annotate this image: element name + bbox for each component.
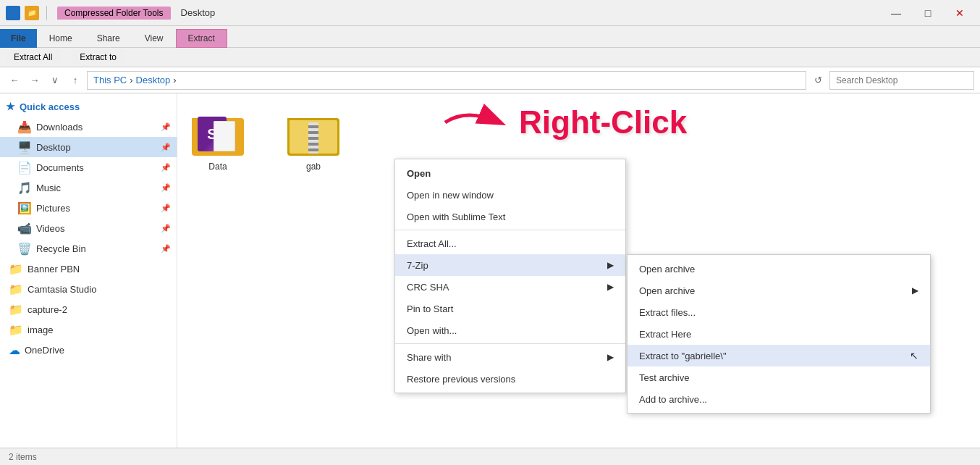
context-menu: Open Open in new window Open with Sublim…: [394, 159, 626, 393]
sidebar-item-videos[interactable]: 📹 Videos 📌: [0, 218, 177, 238]
ctx-sub-extract-here[interactable]: Extract Here: [628, 323, 930, 345]
pin-icon-recycle-bin: 📌: [161, 244, 171, 254]
onedrive-icon: ☁: [9, 343, 20, 357]
path-desktop[interactable]: Desktop: [136, 75, 171, 85]
sidebar-item-downloads[interactable]: 📥 Downloads 📌: [0, 117, 177, 137]
title-bar-icons: 📁: [6, 6, 50, 20]
sidebar-item-image[interactable]: 📁 image: [0, 319, 177, 340]
ctx-menu-item-open-sublime[interactable]: Open with Sublime Text: [395, 206, 625, 227]
pin-icon-documents: 📌: [161, 163, 171, 172]
sidebar-item-camtasia[interactable]: 📁 Camtasia Studio: [0, 279, 177, 299]
ctx-menu-item-crc[interactable]: CRC SHA ▶: [395, 276, 625, 298]
ctx-open-new-label: Open in new window: [407, 190, 494, 201]
ctx-open-sublime-label: Open with Sublime Text: [407, 211, 505, 222]
ctx-menu-item-share[interactable]: Share with ▶: [395, 346, 625, 368]
sidebar-label-videos: Videos: [36, 223, 65, 234]
quick-access-label: Quick access: [20, 101, 80, 112]
ctx-pin-label: Pin to Start: [407, 303, 453, 314]
sidebar-item-desktop[interactable]: 🖥️ Desktop 📌: [0, 137, 177, 157]
documents-icon: 📄: [17, 161, 32, 175]
sidebar-quick-access[interactable]: ★ Quick access: [0, 96, 177, 117]
tab-share[interactable]: Share: [85, 29, 132, 48]
data-folder-icon: S: [192, 105, 244, 156]
sub-arrow-2: ▶: [912, 285, 918, 296]
close-button[interactable]: ✕: [945, 2, 974, 24]
sidebar-item-music[interactable]: 🎵 Music 📌: [0, 177, 177, 198]
music-icon: 🎵: [17, 181, 32, 195]
ctx-sub-open-archive-2[interactable]: Open archive ▶: [628, 280, 930, 301]
ctx-sub-add-archive[interactable]: Add to archive...: [628, 388, 930, 410]
pin-icon-downloads: 📌: [161, 122, 171, 132]
folder-icon-banner: 📁: [9, 262, 23, 276]
sidebar-label-camtasia: Camtasia Studio: [28, 284, 96, 295]
ctx-menu-item-restore[interactable]: Restore previous versions: [395, 368, 625, 390]
status-text: 2 items: [9, 452, 37, 462]
path-thispc[interactable]: This PC: [93, 75, 127, 85]
sidebar-item-documents[interactable]: 📄 Documents 📌: [0, 157, 177, 177]
ctx-share-arrow: ▶: [607, 352, 614, 362]
tab-extract[interactable]: Extract: [176, 29, 227, 48]
annotation-area: Right-Click: [438, 101, 687, 144]
pictures-icon: 🖼️: [17, 201, 32, 215]
sidebar-item-pictures[interactable]: 🖼️ Pictures 📌: [0, 198, 177, 218]
folder-icon-camtasia: 📁: [9, 282, 23, 296]
annotation-arrow-svg: [438, 101, 510, 144]
content-area: S Data gab: [177, 93, 980, 465]
ctx-separator-1: [395, 230, 625, 230]
up-button[interactable]: ↑: [67, 72, 84, 89]
context-submenu-7zip: Open archive Open archive ▶ Extract file…: [627, 254, 931, 414]
ctx-menu-item-open[interactable]: Open: [395, 162, 625, 184]
sidebar-item-recycle-bin[interactable]: 🗑️ Recycle Bin 📌: [0, 238, 177, 259]
address-path[interactable]: This PC › Desktop ›: [87, 71, 806, 90]
folder-icon-image: 📁: [9, 323, 23, 337]
desktop-icon: 🖥️: [17, 141, 32, 154]
sub-test-archive-label: Test archive: [639, 372, 689, 383]
sidebar-label-pictures: Pictures: [36, 203, 70, 214]
ctx-open-label: Open: [407, 168, 431, 179]
sidebar-label-documents: Documents: [36, 162, 84, 173]
file-item-zip[interactable]: gab: [284, 105, 342, 173]
ctx-menu-item-open-with[interactable]: Open with...: [395, 319, 625, 341]
ctx-7zip-label: 7-Zip: [407, 260, 428, 271]
pin-icon-music: 📌: [161, 183, 171, 193]
ctx-menu-item-pin[interactable]: Pin to Start: [395, 298, 625, 319]
pin-icon-pictures: 📌: [161, 204, 171, 213]
file-item-data[interactable]: S Data: [189, 105, 247, 173]
minimize-button[interactable]: —: [882, 2, 911, 24]
ctx-sub-test-archive[interactable]: Test archive: [628, 366, 930, 388]
sidebar-item-capture2[interactable]: 📁 capture-2: [0, 299, 177, 319]
tab-view[interactable]: View: [132, 29, 176, 48]
ctx-sub-extract-files[interactable]: Extract files...: [628, 301, 930, 323]
tab-home[interactable]: Home: [37, 29, 85, 48]
maximize-button[interactable]: □: [913, 2, 942, 24]
tb-divider: [46, 6, 47, 20]
ctx-menu-item-extract-all[interactable]: Extract All...: [395, 232, 625, 254]
paper-icon: [214, 121, 235, 151]
sub-open-archive-1-label: Open archive: [639, 264, 695, 275]
ctx-sub-open-archive-1[interactable]: Open archive: [628, 258, 930, 280]
sidebar-item-banner-pbn[interactable]: 📁 Banner PBN: [0, 259, 177, 279]
app-icon-orange: 📁: [25, 6, 39, 20]
sidebar-label-downloads: Downloads: [36, 122, 83, 133]
forward-button[interactable]: →: [26, 72, 43, 89]
star-icon: ★: [6, 101, 15, 112]
ctx-sub-extract-to[interactable]: Extract to "gabrielle\" ↖: [628, 345, 930, 366]
sidebar-item-onedrive[interactable]: ☁ OneDrive: [0, 340, 177, 360]
search-input[interactable]: [829, 71, 974, 90]
ribbon: File Home Share View Extract Extract All…: [0, 26, 980, 67]
tab-file[interactable]: File: [0, 29, 37, 48]
sub-add-archive-label: Add to archive...: [639, 394, 707, 405]
status-bar: 2 items: [0, 448, 980, 465]
ctx-menu-item-open-new[interactable]: Open in new window: [395, 184, 625, 206]
dropdown-button[interactable]: ∨: [46, 72, 64, 89]
pin-icon-videos: 📌: [161, 224, 171, 233]
ctx-menu-item-7zip[interactable]: 7-Zip ▶ Open archive Open archive ▶ Extr…: [395, 254, 625, 276]
ribbon-extract-location-btn[interactable]: Extract to: [72, 50, 124, 64]
refresh-button[interactable]: ↺: [809, 72, 827, 89]
sub-extract-here-label: Extract Here: [639, 329, 691, 340]
back-button[interactable]: ←: [6, 72, 23, 89]
sub-extract-files-label: Extract files...: [639, 307, 696, 318]
ribbon-extract-all-btn[interactable]: Extract All: [6, 50, 60, 64]
sidebar-label-banner-pbn: Banner PBN: [28, 264, 80, 275]
address-bar: ← → ∨ ↑ This PC › Desktop › ↺: [0, 67, 980, 93]
